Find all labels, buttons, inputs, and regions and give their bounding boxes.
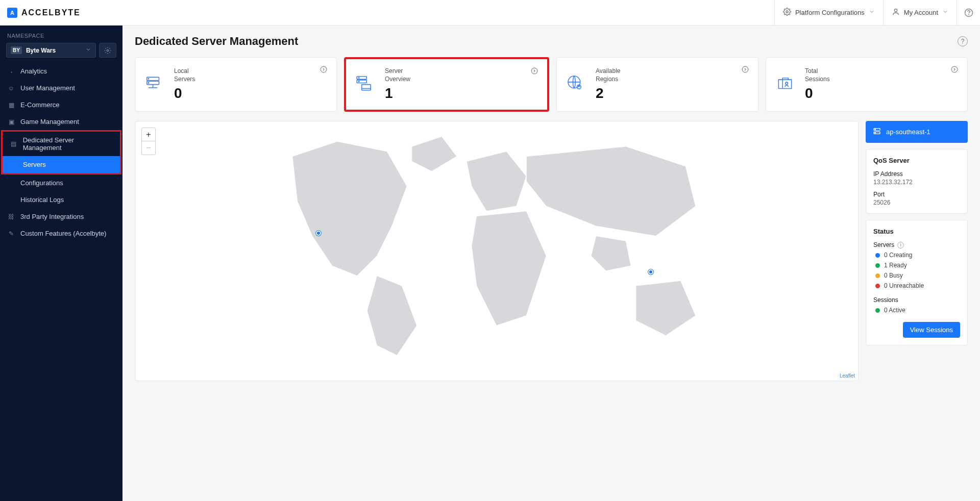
arrow-right-icon xyxy=(531,67,538,77)
stat-card-server-overview[interactable]: ServerOverview 1 xyxy=(344,57,549,112)
main-content: Dedicated Server Management ? LocalServe… xyxy=(122,26,776,399)
sidebar-highlight: ▤ Dedicated Server Management Servers xyxy=(1,130,121,174)
sidebar-sub-historical-logs[interactable]: Historical Logs xyxy=(0,191,122,208)
chart-icon: ⬪ xyxy=(7,68,15,75)
stat-card-available-regions[interactable]: AvailableRegions 2 xyxy=(556,57,758,112)
stat-label-line1: Local xyxy=(174,67,189,74)
page-title: Dedicated Server Management xyxy=(135,35,298,48)
chevron-down-icon xyxy=(85,46,91,54)
user-icon: ☺ xyxy=(7,85,15,92)
gamepad-icon: ▣ xyxy=(7,118,15,126)
nav-label: 3rd Party Integrations xyxy=(20,213,84,220)
arrow-right-icon xyxy=(320,66,327,75)
stat-value: 0 xyxy=(174,85,310,102)
svg-point-18 xyxy=(531,68,537,74)
topbar: A ACCELBYTE Platform Configurations My A… xyxy=(0,0,776,26)
world-map[interactable]: + − Lea xyxy=(135,121,776,381)
map-zoom-control: + − xyxy=(141,128,156,155)
stat-value: 2 xyxy=(596,85,731,102)
namespace-badge: BY xyxy=(11,46,22,54)
brand-logo[interactable]: A ACCELBYTE xyxy=(0,8,81,18)
sidebar-item-game-management[interactable]: ▣ Game Management xyxy=(0,113,122,130)
sidebar-item-analytics[interactable]: ⬪ Analytics xyxy=(0,63,122,80)
sidebar-sub-configurations[interactable]: Configurations xyxy=(0,174,122,191)
svg-point-22 xyxy=(742,66,748,72)
nav-label: Custom Features (Accelbyte) xyxy=(20,230,106,237)
server-overview-icon xyxy=(355,74,375,95)
svg-point-9 xyxy=(148,78,149,79)
svg-point-4 xyxy=(107,49,109,52)
stat-value: 1 xyxy=(385,85,521,102)
sidebar-item-third-party[interactable]: ⛓ 3rd Party Integrations xyxy=(0,208,122,225)
svg-point-21 xyxy=(578,85,579,86)
nav-label: Servers xyxy=(23,161,46,168)
namespace-name: Byte Wars xyxy=(26,47,81,54)
zoom-in-button[interactable]: + xyxy=(142,128,155,141)
arrow-right-icon xyxy=(742,66,749,75)
namespace-label: NAMESPACE xyxy=(0,26,122,43)
sidebar-item-custom-features[interactable]: ✎ Custom Features (Accelbyte) xyxy=(0,225,122,242)
topbar-right: Platform Configurations My Account xyxy=(774,0,776,25)
wrench-icon: ✎ xyxy=(7,230,15,237)
server-rack-icon xyxy=(144,74,164,95)
stat-label-line1: Available xyxy=(596,67,620,74)
nav-label: Dedicated Server Management xyxy=(23,136,113,152)
stat-card-local-servers[interactable]: LocalServers 0 xyxy=(135,57,337,112)
nav-label: E-Commerce xyxy=(20,101,60,109)
svg-point-17 xyxy=(358,81,359,82)
world-continents-icon xyxy=(135,121,776,381)
namespace-selector[interactable]: BY Byte Wars xyxy=(6,43,96,58)
svg-rect-14 xyxy=(362,84,371,90)
sidebar-sub-servers[interactable]: Servers xyxy=(3,156,120,173)
stat-card-total-sessions[interactable]: TotalSessions 0 xyxy=(766,57,776,112)
nav-label: User Management xyxy=(20,84,75,92)
logo-mark-icon: A xyxy=(7,8,17,18)
sessions-icon xyxy=(775,74,776,95)
nav-label: Historical Logs xyxy=(20,196,64,204)
server-icon: ▤ xyxy=(10,140,18,147)
stat-label-line2: Servers xyxy=(174,76,195,83)
stat-label-line1: Server xyxy=(385,67,403,74)
map-marker-us-west[interactable] xyxy=(316,231,321,236)
nav-label: Configurations xyxy=(20,179,63,187)
brand-name: ACCELBYTE xyxy=(21,8,81,17)
sidebar-item-dedicated-server-management[interactable]: ▤ Dedicated Server Management xyxy=(3,132,120,156)
integration-icon: ⛓ xyxy=(7,213,15,220)
sidebar-item-ecommerce[interactable]: ▦ E-Commerce xyxy=(0,96,122,113)
namespace-settings-button[interactable] xyxy=(99,43,116,58)
svg-point-10 xyxy=(148,82,149,83)
sidebar: NAMESPACE BY Byte Wars ⬪ Analytics ☺ Use… xyxy=(0,26,122,399)
svg-point-16 xyxy=(358,77,359,78)
globe-icon xyxy=(566,74,585,95)
stats-row: LocalServers 0 ServerOverview 1 xyxy=(135,57,776,112)
zoom-out-button[interactable]: − xyxy=(142,141,155,155)
stat-label-line2: Regions xyxy=(596,76,618,83)
sidebar-item-user-management[interactable]: ☺ User Management xyxy=(0,80,122,96)
nav-label: Analytics xyxy=(20,67,47,75)
store-icon: ▦ xyxy=(7,102,15,109)
svg-point-11 xyxy=(321,66,327,72)
platform-config-menu[interactable]: Platform Configurations xyxy=(774,0,776,25)
nav-label: Game Management xyxy=(20,118,79,126)
stat-label-line2: Overview xyxy=(385,76,410,83)
